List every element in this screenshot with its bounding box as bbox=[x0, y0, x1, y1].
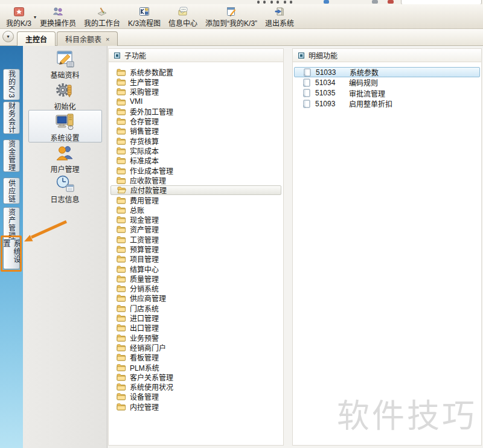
icon-panel-item-log-info[interactable]: 日志信息 bbox=[23, 174, 107, 204]
user-management-icon bbox=[55, 144, 75, 162]
rail-tab-asset-management[interactable]: 资产管理 bbox=[3, 207, 20, 240]
icon-panel-item-base-data[interactable]: 基础资料 bbox=[23, 50, 107, 80]
detail-item-whole-order-discount[interactable]: 51093 启用整单折扣 bbox=[293, 98, 481, 109]
folder-icon bbox=[117, 245, 126, 253]
tree-item[interactable]: 进口管理 bbox=[109, 313, 283, 322]
tree-item[interactable]: PLM系统 bbox=[109, 362, 283, 372]
detail-function-list: 51033 系统参数 51034 编码规则 51035 审批流管理 51093 … bbox=[293, 62, 481, 109]
tree-item[interactable]: 生产管理 bbox=[109, 77, 283, 86]
tab-main-console[interactable]: 主控台 bbox=[17, 31, 56, 46]
tree-item[interactable]: 应收款管理 bbox=[109, 175, 283, 185]
tree-item[interactable]: 费用管理 bbox=[109, 195, 283, 205]
toolbar-item-my-workbench[interactable]: 我的工作台 bbox=[84, 6, 120, 28]
tree-item-label: 销售管理 bbox=[130, 126, 159, 136]
toolbar-item-k3-flowchart[interactable]: K/3流程图 bbox=[128, 6, 161, 28]
tree-item[interactable]: 质量管理 bbox=[109, 274, 283, 283]
tree-item[interactable]: 项目管理 bbox=[109, 254, 283, 264]
tree-item[interactable]: 业务预警 bbox=[109, 333, 283, 342]
tab-list-dropdown-button[interactable]: ▼ bbox=[2, 31, 14, 42]
tree-item[interactable]: 出口管理 bbox=[109, 323, 283, 333]
panel-title: 明细功能 bbox=[309, 50, 337, 60]
toolbar-dropdown-caret-icon[interactable]: ▾ bbox=[34, 14, 36, 20]
document-icon bbox=[303, 100, 310, 108]
clipped-titlebar-glyph bbox=[257, 1, 260, 4]
folder-icon bbox=[117, 324, 126, 331]
toolbar-label: 信息中心 bbox=[168, 18, 197, 28]
tree-item[interactable]: 内控管理 bbox=[109, 402, 283, 411]
folder-icon bbox=[117, 225, 126, 233]
initialization-icon bbox=[55, 81, 75, 100]
tree-item[interactable]: VMI bbox=[109, 97, 283, 106]
folder-icon bbox=[117, 334, 126, 342]
panel-header-square-icon bbox=[298, 53, 304, 59]
tree-item[interactable]: 销售管理 bbox=[109, 126, 283, 136]
tree-item-label: 应付款管理 bbox=[130, 185, 167, 195]
tree-item[interactable]: 仓存管理 bbox=[109, 116, 283, 126]
tree-item[interactable]: 系统使用状况 bbox=[109, 382, 283, 392]
tree-item[interactable]: 结算中心 bbox=[109, 264, 283, 274]
tree-item[interactable]: 经销商门户 bbox=[109, 342, 283, 352]
rail-tab-financial-accounting[interactable]: 财务会计 bbox=[3, 101, 20, 134]
folder-icon bbox=[117, 314, 126, 322]
sub-function-panel: 子功能 系统参数配置 bbox=[108, 48, 284, 446]
toolbar-item-my-k3[interactable]: 我的K/3 bbox=[6, 6, 31, 28]
folder-icon bbox=[117, 137, 126, 145]
icon-panel-item-initialization[interactable]: 初始化 bbox=[23, 81, 107, 111]
info-center-icon bbox=[178, 6, 188, 17]
toolbar-item-add-to-my-k3[interactable]: 添加到“我的K/3” bbox=[205, 6, 257, 28]
close-icon[interactable]: × bbox=[106, 36, 109, 43]
rail-tab-my-k3[interactable]: 我的K/3 bbox=[3, 69, 20, 100]
rail-tab-supply-chain[interactable]: 供应链 bbox=[3, 178, 20, 204]
detail-item-coding-rules[interactable]: 51034 编码规则 bbox=[293, 77, 481, 88]
panel-title: 子功能 bbox=[124, 50, 146, 60]
tree-item[interactable]: 存货核算 bbox=[109, 136, 283, 146]
tree-item[interactable]: 预算管理 bbox=[109, 244, 283, 254]
module-rail: 我的K/3 财务会计 资金管理 供应链 资产管理 系统设置 bbox=[0, 46, 23, 448]
folder-icon bbox=[117, 196, 126, 204]
icon-panel-item-system-settings[interactable]: 系统设置 bbox=[23, 112, 107, 142]
tree-item-label: 项目管理 bbox=[130, 254, 159, 264]
tree-item[interactable]: 看板管理 bbox=[109, 353, 283, 362]
sub-function-header: 子功能 bbox=[109, 49, 283, 62]
toolbar-item-exit-system[interactable]: 退出系统 bbox=[265, 6, 294, 28]
icon-panel-item-user-management[interactable]: 用户管理 bbox=[23, 144, 107, 174]
detail-item-approval-flow[interactable]: 51035 审批流管理 bbox=[293, 88, 481, 98]
tree-item-label: 系统使用状况 bbox=[130, 382, 173, 392]
tree-item[interactable]: 应付款管理 bbox=[110, 185, 281, 195]
tree-item[interactable]: 系统参数配置 bbox=[109, 67, 283, 77]
toolbar-item-info-center[interactable]: 信息中心 bbox=[168, 6, 197, 28]
toolbar-item-switch-operator[interactable]: 更换操作员 bbox=[40, 6, 76, 28]
tree-item[interactable]: 资产管理 bbox=[109, 225, 283, 234]
tree-item[interactable]: 标准成本 bbox=[109, 156, 283, 165]
detail-item-system-parameters[interactable]: 51033 系统参数 bbox=[294, 67, 480, 77]
tree-item[interactable]: 作业成本管理 bbox=[109, 165, 283, 175]
tree-item[interactable]: 采购管理 bbox=[109, 87, 283, 97]
tree-item[interactable]: 设备管理 bbox=[109, 392, 283, 402]
folder-icon bbox=[117, 176, 126, 184]
tree-item[interactable]: 实际成本 bbox=[109, 146, 283, 155]
folder-icon bbox=[117, 235, 126, 243]
tree-item-label: 结算中心 bbox=[130, 264, 159, 274]
icon-panel-label: 系统设置 bbox=[50, 132, 79, 142]
tree-item-label: 客户关系管理 bbox=[130, 372, 173, 382]
tree-item[interactable]: 现金管理 bbox=[109, 214, 283, 224]
toolbar-label: 我的工作台 bbox=[84, 18, 120, 28]
tree-item[interactable]: 门店系统 bbox=[109, 303, 283, 313]
tree-item[interactable]: 委外加工管理 bbox=[109, 106, 283, 116]
tree-item-label: 标准成本 bbox=[130, 155, 159, 165]
tree-item[interactable]: 供应商管理 bbox=[109, 293, 283, 303]
tree-item-label: 业务预警 bbox=[130, 333, 159, 343]
folder-icon bbox=[117, 255, 126, 263]
tab-account-balance[interactable]: 科目余额表 × bbox=[57, 31, 118, 46]
detail-item-code: 51034 bbox=[315, 78, 341, 87]
rail-tab-cash-management[interactable]: 资金管理 bbox=[3, 139, 20, 172]
rail-tab-system-settings[interactable]: 系统设置 bbox=[3, 239, 20, 269]
tree-item[interactable]: 工资管理 bbox=[109, 234, 283, 244]
icon-panel-label: 初始化 bbox=[54, 101, 75, 111]
toolbar-label: 更换操作员 bbox=[40, 18, 76, 28]
tree-item[interactable]: 客户关系管理 bbox=[109, 372, 283, 382]
tree-item[interactable]: 分销系统 bbox=[109, 284, 283, 293]
tree-item[interactable]: 总账 bbox=[109, 205, 283, 214]
toolbar-label: K/3流程图 bbox=[128, 18, 161, 28]
document-tabstrip: ▼ 主控台 科目余额表 × bbox=[0, 29, 483, 46]
